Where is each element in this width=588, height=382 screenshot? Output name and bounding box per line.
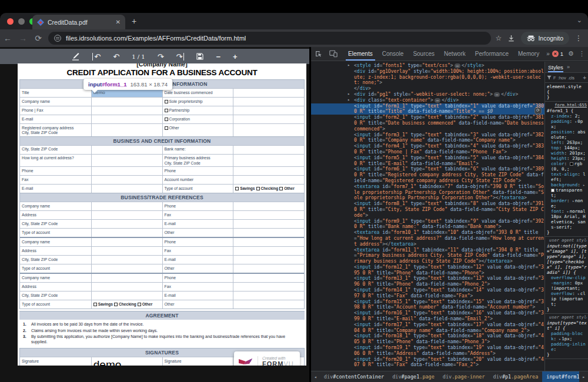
dom-node[interactable]: <input id="form15_1" type="text" tabinde… xyxy=(311,299,544,311)
address-bar[interactable]: files.idrsolutions.com/Examples/AFForms/… xyxy=(48,32,491,45)
css-declaration[interactable]: background: ▸transparent; xyxy=(547,182,587,198)
form-field[interactable] xyxy=(91,106,162,115)
site-settings-icon[interactable] xyxy=(54,35,61,42)
form-field[interactable] xyxy=(233,202,304,210)
css-declaration[interactable]: height: 23px; xyxy=(547,156,587,161)
breadcrumb-next-icon[interactable]: ▸ xyxy=(579,374,588,380)
dom-node[interactable]: <textarea id="form7_1" tabindex="7" data… xyxy=(311,184,544,201)
last-page-icon[interactable]: ↷ xyxy=(176,53,185,61)
form-field[interactable]: demo xyxy=(91,357,162,366)
css-declaration[interactable]: overflow-clip-margin: 0px !important; xyxy=(547,275,587,291)
tab-search-icon[interactable]: ⌄ xyxy=(577,16,582,24)
devtools-tab-elements[interactable]: Elements xyxy=(343,47,377,61)
breadcrumb-item[interactable]: div#contentContainer xyxy=(320,371,388,382)
forward-button[interactable]: → xyxy=(15,33,31,43)
dom-node[interactable]: <input id="form14_1" type="text" tabinde… xyxy=(311,287,544,299)
form-field[interactable]: SavingsCheckingOther xyxy=(233,185,304,193)
dom-node[interactable]: <input id="form20_1" type="text" tabinde… xyxy=(311,357,544,368)
dom-node[interactable]: ▸<div class="text-container">…</div> xyxy=(311,98,544,103)
device-toolbar-icon[interactable] xyxy=(326,50,341,58)
css-declaration[interactable]: overflow: ▸clip !important; xyxy=(547,291,587,307)
dom-node[interactable]: <input id="form8_1" type="text" tabindex… xyxy=(311,201,544,218)
form-field[interactable] xyxy=(233,146,304,154)
tab-close-icon[interactable]: ✕ xyxy=(116,19,121,25)
checkbox-icon[interactable] xyxy=(165,109,168,112)
dom-node[interactable]: <input id="form16_1" type="text" tabinde… xyxy=(311,310,544,322)
form-field[interactable] xyxy=(233,220,304,228)
twisty-icon[interactable]: ▸ xyxy=(348,63,350,69)
node-badge-icon[interactable]: ⟳ xyxy=(534,108,542,114)
form-field[interactable] xyxy=(233,211,304,219)
form-field[interactable]: SavingsCheckingOther xyxy=(91,300,162,309)
form-field[interactable] xyxy=(91,291,162,300)
checkbox-icon[interactable] xyxy=(256,187,260,190)
devtools-tab-memory[interactable]: Memory xyxy=(513,47,544,61)
tab-styles[interactable]: Styles xyxy=(548,62,563,72)
new-tab-button[interactable]: + xyxy=(132,16,136,26)
checkbox-icon[interactable] xyxy=(279,187,283,190)
dom-node-selected[interactable]: <input id="form1_1" type="text" tabindex… xyxy=(311,103,544,115)
new-style-rule-button[interactable]: + xyxy=(583,75,586,81)
checkbox-icon[interactable] xyxy=(114,303,118,306)
form-field[interactable] xyxy=(233,256,304,264)
back-button[interactable]: ← xyxy=(0,33,15,43)
form-field[interactable] xyxy=(91,124,162,136)
form-field[interactable] xyxy=(91,264,162,273)
form-field[interactable] xyxy=(233,106,304,115)
dom-node[interactable]: <input id="form4_1" type="text" tabindex… xyxy=(311,143,544,155)
devtools-tab-sources[interactable]: Sources xyxy=(408,47,439,61)
zoom-in-icon[interactable]: + xyxy=(233,53,238,61)
form-field[interactable] xyxy=(91,283,162,291)
style-rule[interactable]: user agent stylesheetinput[type="text" i… xyxy=(545,314,588,359)
first-page-icon[interactable]: ↶ xyxy=(92,53,101,61)
dom-node[interactable]: <input id="form9_1" type="text" tabindex… xyxy=(311,219,544,230)
form-field[interactable] xyxy=(91,238,162,246)
reload-button[interactable]: ⟳ xyxy=(31,33,46,43)
form-field[interactable] xyxy=(233,238,304,246)
form-field[interactable] xyxy=(91,167,162,175)
bookmark-icon[interactable]: ☆ xyxy=(496,34,502,42)
checkbox-icon[interactable] xyxy=(235,187,239,190)
form-field[interactable] xyxy=(233,264,304,273)
form-field[interactable] xyxy=(91,115,162,123)
dom-node[interactable]: ▸<div id="pg1" style="-webkit-user-selec… xyxy=(311,92,544,98)
form-field[interactable] xyxy=(91,229,162,237)
checkbox-icon[interactable] xyxy=(165,126,168,130)
form-field[interactable] xyxy=(233,89,304,97)
close-window-button[interactable] xyxy=(7,18,14,25)
window-controls[interactable] xyxy=(7,18,36,25)
dom-node[interactable]: <input id="form6_1" type="text" tabindex… xyxy=(311,166,544,183)
form-field[interactable] xyxy=(233,167,304,175)
css-declaration[interactable]: font: ▸normal 18px Arial, Helvetica, san… xyxy=(547,209,587,230)
minimize-window-button[interactable] xyxy=(18,18,25,25)
error-badge[interactable]: ✕1 xyxy=(552,51,563,57)
incognito-badge[interactable]: Incognito xyxy=(521,32,569,45)
collapsed-children-icon[interactable]: … xyxy=(494,92,500,97)
dom-node[interactable]: <input id="form17_1" type="text" tabinde… xyxy=(311,322,544,334)
collapsed-children-icon[interactable]: … xyxy=(435,98,440,103)
css-declaration[interactable]: left: 263px; xyxy=(547,140,587,145)
devtools-menu-icon[interactable]: ⋮ xyxy=(579,50,585,58)
form-field[interactable] xyxy=(233,124,304,136)
form-field[interactable] xyxy=(91,98,162,106)
formvu-badge[interactable]: Created with FORMVU xyxy=(234,351,300,366)
form-field[interactable] xyxy=(233,283,304,291)
breadcrumb-prev-icon[interactable]: ◂ xyxy=(311,374,320,380)
download-icon[interactable] xyxy=(507,35,515,42)
form-field[interactable] xyxy=(91,202,162,210)
color-swatch[interactable] xyxy=(570,162,573,166)
style-rule[interactable]: element.style{} xyxy=(545,83,588,102)
form-field[interactable] xyxy=(233,274,304,282)
css-declaration[interactable]: top: 144px; xyxy=(547,145,587,150)
dom-node[interactable]: ▸<style id="fonts1" type="text/css">…</s… xyxy=(311,63,544,69)
form-field[interactable] xyxy=(91,247,162,255)
breadcrumb-item[interactable]: input#form1_1 xyxy=(542,371,579,382)
elements-tree[interactable]: ▸<style id="fonts1" type="text/css">…</s… xyxy=(311,62,545,371)
more-panels-icon[interactable]: » xyxy=(544,51,552,57)
css-declaration[interactable]: padding-block: ▸1px; xyxy=(547,331,587,341)
checkbox-icon[interactable] xyxy=(165,100,168,103)
css-declaration[interactable]: padding-inline: xyxy=(547,341,587,352)
dom-node[interactable]: <input id="form18_1" type="text" tabinde… xyxy=(311,333,544,345)
checkbox-icon[interactable] xyxy=(93,303,97,306)
css-declaration[interactable]: position: absolute; xyxy=(547,129,587,140)
